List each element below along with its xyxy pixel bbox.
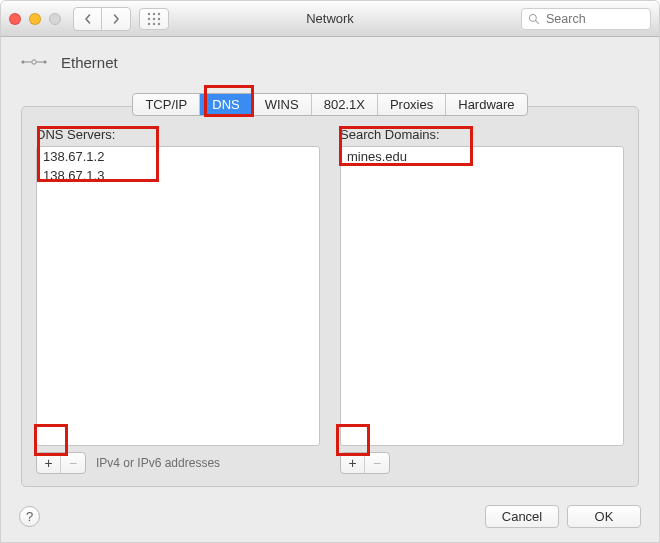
search-domains-list[interactable]: mines.edu bbox=[340, 146, 624, 446]
dns-add-button[interactable]: + bbox=[37, 453, 61, 473]
tab-proxies[interactable]: Proxies bbox=[378, 94, 446, 115]
domains-remove-button[interactable]: − bbox=[365, 453, 389, 473]
close-window-icon[interactable] bbox=[9, 13, 21, 25]
system-preferences-window: Network Ethernet TCP/IPDNSWINS802.1XProx… bbox=[0, 0, 660, 543]
list-item[interactable]: 138.67.1.3 bbox=[37, 166, 319, 185]
minimize-window-icon[interactable] bbox=[29, 13, 41, 25]
titlebar: Network bbox=[1, 1, 659, 37]
svg-point-2 bbox=[158, 12, 160, 14]
ok-button[interactable]: OK bbox=[567, 505, 641, 528]
pane-header: Ethernet bbox=[1, 37, 659, 79]
pane-title: Ethernet bbox=[61, 54, 118, 71]
dns-servers-column: DNS Servers: 138.67.1.2138.67.1.3 + − IP… bbox=[36, 127, 320, 474]
footer: ? Cancel OK bbox=[1, 497, 659, 542]
svg-point-1 bbox=[153, 12, 155, 14]
tab-hardware[interactable]: Hardware bbox=[446, 94, 526, 115]
svg-point-4 bbox=[153, 17, 155, 19]
search-domains-column: Search Domains: mines.edu + − bbox=[340, 127, 624, 474]
search-icon bbox=[528, 13, 540, 25]
svg-point-13 bbox=[43, 60, 46, 63]
svg-point-3 bbox=[148, 17, 150, 19]
dns-hint: IPv4 or IPv6 addresses bbox=[96, 456, 220, 470]
content-well: DNS Servers: 138.67.1.2138.67.1.3 + − IP… bbox=[21, 106, 639, 487]
dns-servers-label: DNS Servers: bbox=[36, 127, 320, 142]
list-item[interactable]: mines.edu bbox=[341, 147, 623, 166]
tab-802-1x[interactable]: 802.1X bbox=[312, 94, 378, 115]
svg-point-7 bbox=[153, 22, 155, 24]
svg-point-12 bbox=[21, 60, 24, 63]
search-input[interactable] bbox=[544, 11, 644, 27]
ethernet-icon bbox=[19, 51, 49, 73]
cancel-button[interactable]: Cancel bbox=[485, 505, 559, 528]
svg-point-9 bbox=[530, 14, 537, 21]
svg-line-10 bbox=[536, 20, 539, 23]
search-domains-label: Search Domains: bbox=[340, 127, 624, 142]
nav-back-forward bbox=[73, 7, 131, 31]
tab-wins[interactable]: WINS bbox=[253, 94, 312, 115]
help-button[interactable]: ? bbox=[19, 506, 40, 527]
dns-remove-button[interactable]: − bbox=[61, 453, 85, 473]
svg-point-0 bbox=[148, 12, 150, 14]
svg-point-8 bbox=[158, 22, 160, 24]
show-all-button[interactable] bbox=[139, 8, 169, 30]
svg-point-6 bbox=[148, 22, 150, 24]
dns-servers-list[interactable]: 138.67.1.2138.67.1.3 bbox=[36, 146, 320, 446]
svg-point-11 bbox=[32, 60, 36, 64]
domains-add-button[interactable]: + bbox=[341, 453, 365, 473]
list-item[interactable]: 138.67.1.2 bbox=[37, 147, 319, 166]
tabs: TCP/IPDNSWINS802.1XProxiesHardware bbox=[132, 93, 527, 116]
back-button[interactable] bbox=[74, 8, 102, 30]
forward-button[interactable] bbox=[102, 8, 130, 30]
search-field-wrap[interactable] bbox=[521, 8, 651, 30]
tab-dns[interactable]: DNS bbox=[200, 94, 252, 115]
svg-point-5 bbox=[158, 17, 160, 19]
tab-tcp-ip[interactable]: TCP/IP bbox=[133, 94, 200, 115]
zoom-window-icon bbox=[49, 13, 61, 25]
